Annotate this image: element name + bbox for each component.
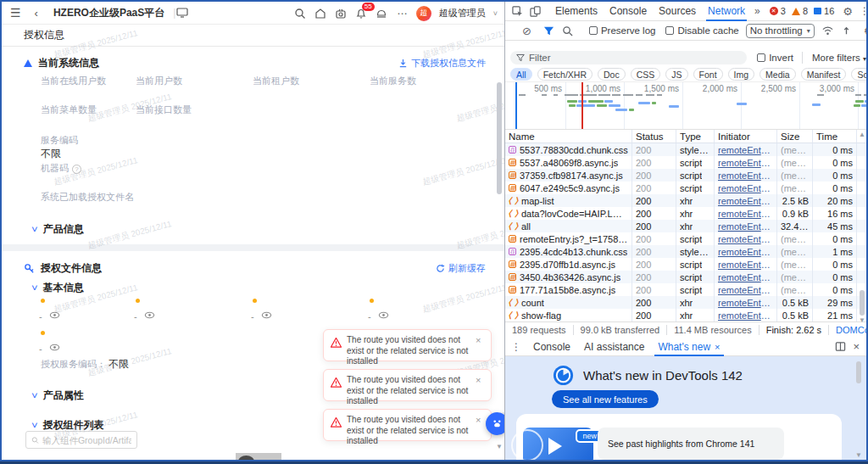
initiator-link[interactable]: remoteEntry.js?t=1 — [718, 158, 773, 168]
network-request-row[interactable]: ❬❭map-list200xhrremoteEntry.js?t=12.5 kB… — [505, 194, 866, 207]
error-badge[interactable]: ✕3 — [770, 6, 786, 16]
close-icon[interactable]: × — [476, 415, 481, 440]
devtools-tab-elements[interactable]: Elements — [549, 2, 604, 21]
network-request-row[interactable]: {}5537.78830cdd.chunk.css200stylesheetre… — [505, 143, 866, 156]
initiator-link[interactable]: remoteEntry.js?t=1 — [718, 260, 773, 270]
network-request-row[interactable]: ❬❭all200xhrremoteEntry.js?t=132.4 kB45 m… — [505, 220, 866, 232]
section-license-file[interactable]: 授权文件信息 — [24, 261, 102, 276]
invert-checkbox[interactable] — [757, 53, 765, 62]
initiator-link[interactable]: remoteEntry.js?t=1 — [718, 209, 773, 219]
eye-icon[interactable] — [144, 309, 155, 324]
eye-icon[interactable] — [378, 309, 389, 324]
kebab-menu-icon[interactable]: ⋮ — [860, 5, 866, 17]
network-request-row[interactable]: {}2395.4cdc4b13.chunk.css200stylesheetre… — [505, 245, 866, 258]
initiator-link[interactable]: remoteEntry.js?t=1 — [718, 310, 773, 321]
filter-chip-manifest[interactable]: Manifest — [801, 68, 847, 81]
network-request-row[interactable]: ❬❭data?lovCode=HAIP.LANGUAGE200xhrremote… — [505, 207, 866, 220]
assistant-float-button[interactable] — [486, 412, 504, 435]
devtools-tab-console[interactable]: Console — [604, 2, 653, 21]
devtools-tab-network[interactable]: Network — [702, 2, 751, 21]
workbench-icon[interactable] — [314, 7, 327, 20]
network-settings-icon[interactable]: ⚙ — [864, 25, 866, 37]
initiator-link[interactable]: remoteEntry.js?t=1 — [718, 247, 773, 257]
component-search-input[interactable] — [42, 435, 131, 445]
scrollbar-thumb[interactable] — [860, 290, 865, 316]
close-drawer-icon[interactable]: × — [853, 340, 860, 353]
filter-chip-fetchxhr[interactable]: Fetch/XHR — [537, 68, 593, 81]
network-overview-timeline[interactable]: 500 ms1,000 ms1,500 ms2,000 ms2,500 ms3,… — [505, 81, 866, 130]
highlights-link[interactable]: See past highlights from Chrome 141 — [598, 428, 784, 460]
network-request-row[interactable]: ▤37359.cfb98174.async.js200scriptremoteE… — [505, 169, 866, 182]
help-icon[interactable]: ? — [72, 165, 81, 174]
section-product-info[interactable]: ˅ 产品信息 — [32, 222, 84, 237]
announcement-icon[interactable] — [335, 7, 348, 20]
section-product-attr[interactable]: ˅ 产品属性 — [32, 389, 84, 403]
eye-icon[interactable] — [49, 341, 60, 356]
filter-input[interactable]: Filter — [510, 51, 747, 64]
bell-icon[interactable]: 55 — [355, 7, 368, 20]
column-header-status[interactable]: Status — [632, 130, 676, 143]
scroll-down-icon[interactable]: ▼ — [496, 443, 503, 450]
device-toolbar-icon[interactable] — [530, 6, 541, 17]
download-license-link[interactable]: 下载授权信息文件 — [398, 57, 486, 70]
column-header-type[interactable]: Type — [676, 130, 715, 143]
network-request-row[interactable]: ▤6047.e249c5c9.async.js200scriptremoteEn… — [505, 182, 866, 194]
column-header-time[interactable]: Time — [813, 130, 857, 143]
disable-cache-checkbox[interactable] — [665, 26, 674, 35]
issues-badge[interactable]: 16 — [814, 6, 834, 16]
initiator-link[interactable]: remoteEntry.js?t=1 — [718, 196, 773, 206]
monitor-icon[interactable] — [175, 7, 188, 20]
search-icon[interactable] — [294, 7, 307, 20]
network-request-row[interactable]: ▤5537.a48069f8.async.js200scriptremoteEn… — [505, 156, 866, 169]
clear-icon[interactable]: ⊘ — [522, 25, 531, 37]
initiator-link[interactable]: remoteEntry.js?t=1 — [718, 298, 773, 308]
filter-chip-css[interactable]: CSS — [631, 68, 661, 81]
filter-chip-media[interactable]: Media — [760, 68, 796, 81]
network-request-row[interactable]: ▤177.71a15b8e.async.js200scriptremoteEnt… — [505, 283, 866, 296]
initiator-link[interactable]: remoteEntry.js?t=1 — [718, 221, 773, 232]
network-request-row[interactable]: ❬❭show-flag200xhrremoteEntry.js?t=10.5 k… — [505, 309, 866, 321]
app-scrollbar[interactable]: ▼ — [497, 81, 502, 454]
inspect-icon[interactable] — [512, 6, 523, 17]
network-request-row[interactable]: ▤3450.4b363426.async.js200scriptremoteEn… — [505, 271, 866, 283]
drawer-menu-icon[interactable]: ⋮ — [511, 341, 521, 353]
search-icon[interactable] — [562, 25, 573, 36]
scroll-up-icon[interactable]: ▲ — [859, 131, 865, 138]
network-request-row[interactable]: ❬❭count200xhrremoteEntry.js?t=10.5 kB29 … — [505, 296, 866, 309]
scroll-down-icon[interactable]: ▼ — [855, 451, 862, 459]
scrollbar-thumb[interactable] — [856, 361, 861, 383]
throttling-select[interactable]: No throttling ▾ — [746, 24, 815, 38]
close-icon[interactable]: × — [715, 338, 720, 356]
filter-chip-js[interactable]: JS — [665, 68, 687, 81]
initiator-link[interactable]: remoteEntry.js?_t= — [718, 183, 773, 193]
filter-chip-socket[interactable]: Socket — [851, 68, 866, 81]
column-header-initiator[interactable]: Initiator — [715, 130, 777, 143]
scroll-down-icon[interactable]: ▼ — [859, 316, 865, 324]
avatar[interactable]: 超 — [416, 6, 431, 21]
network-request-row[interactable]: ▤2395.d70ffb1d.async.js200scriptremoteEn… — [505, 258, 866, 271]
network-conditions-icon[interactable] — [822, 25, 833, 36]
scrollbar-thumb[interactable] — [497, 82, 502, 194]
drawer-tab-what-s-new[interactable]: What's new× — [651, 338, 726, 356]
drawer-tab-ai-assistance[interactable]: AI assistance — [577, 338, 651, 356]
video-thumbnail[interactable]: new — [523, 428, 593, 460]
devtools-tab-sources[interactable]: Sources — [653, 2, 702, 21]
more-icon[interactable]: ⋯ — [396, 7, 409, 20]
tab-authorization-info[interactable]: 授权信息 — [24, 28, 64, 42]
theme-icon[interactable] — [376, 7, 388, 20]
filter-chip-font[interactable]: Font — [693, 68, 723, 81]
initiator-link[interactable]: remoteEntry.js?_t= — [718, 171, 773, 181]
eye-icon[interactable] — [49, 309, 60, 324]
preserve-log-checkbox[interactable] — [589, 26, 598, 35]
dock-panel-icon[interactable] — [835, 341, 846, 352]
initiator-link[interactable]: remoteEntry.js?t=1 — [718, 145, 773, 155]
close-icon[interactable]: × — [476, 375, 481, 400]
see-all-features-button[interactable]: See all new features — [552, 390, 659, 408]
close-icon[interactable]: × — [476, 335, 481, 361]
filter-chip-all[interactable]: All — [510, 68, 532, 81]
column-header-size[interactable]: Size — [777, 130, 813, 143]
network-request-row[interactable]: ▤remoteEntry.js?_t=1758963565200scriptre… — [505, 232, 866, 245]
filter-funnel-icon[interactable] — [543, 25, 554, 36]
settings-gear-icon[interactable]: ⚙ — [843, 5, 853, 18]
section-basic-info[interactable]: ˅ 基本信息 — [32, 281, 84, 295]
